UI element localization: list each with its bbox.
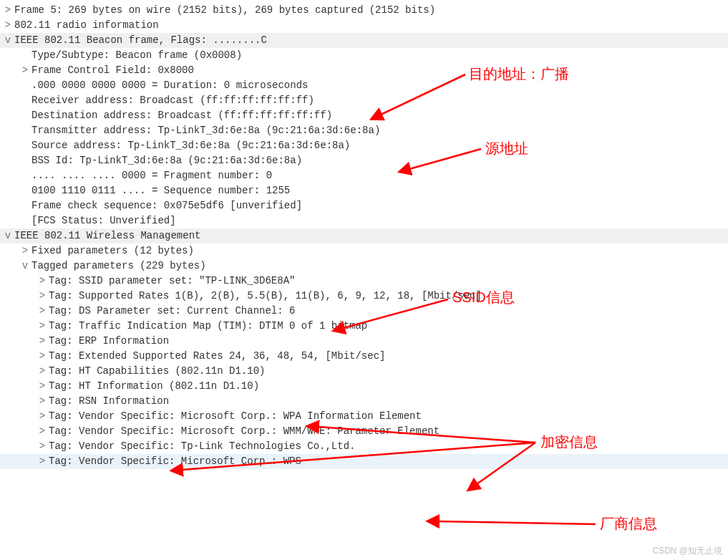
chevron-right-icon[interactable]: > xyxy=(37,394,47,409)
row-beacon[interactable]: vIEEE 802.11 Beacon frame, Flags: ......… xyxy=(0,33,728,48)
chevron-right-icon[interactable]: > xyxy=(20,63,30,78)
row-vs-wmm[interactable]: >Tag: Vendor Specific: Microsoft Corp.: … xyxy=(0,424,728,439)
tree-row-text: IEEE 802.11 Beacon frame, Flags: .......… xyxy=(14,33,267,48)
tree-row-text: [FCS Status: Unverified] xyxy=(31,213,176,228)
row-fcf[interactable]: >Frame Control Field: 0x8000 xyxy=(0,63,728,78)
row-dur[interactable]: .000 0000 0000 0000 = Duration: 0 micros… xyxy=(0,78,728,93)
tree-row-text: Tag: Traffic Indication Map (TIM): DTIM … xyxy=(49,319,367,334)
row-type[interactable]: Type/Subtype: Beacon frame (0x0008) xyxy=(0,48,728,63)
chevron-right-icon[interactable]: > xyxy=(3,18,13,33)
row-sa[interactable]: Source address: Tp-LinkT_3d:6e:8a (9c:21… xyxy=(0,138,728,153)
tree-row-text: Tag: Vendor Specific: Tp-Link Technologi… xyxy=(49,439,355,454)
row-rates[interactable]: >Tag: Supported Rates 1(B), 2(B), 5.5(B)… xyxy=(0,289,728,304)
tree-row-text: Tag: Supported Rates 1(B), 2(B), 5.5(B),… xyxy=(49,289,482,304)
row-ta[interactable]: Transmitter address: Tp-LinkT_3d:6e:8a (… xyxy=(0,123,728,138)
tree-row-text: .... .... .... 0000 = Fragment number: 0 xyxy=(31,168,272,183)
tree-row-text: Tagged parameters (229 bytes) xyxy=(31,259,206,274)
row-fcsstat[interactable]: [FCS Status: Unverified] xyxy=(0,213,728,228)
tree-row-text: Fixed parameters (12 bytes) xyxy=(31,243,194,259)
row-vs-wpa[interactable]: >Tag: Vendor Specific: Microsoft Corp.: … xyxy=(0,409,728,424)
tree-row-text: Frame check sequence: 0x075e5df6 [unveri… xyxy=(31,198,302,213)
chevron-right-icon[interactable]: > xyxy=(37,289,47,304)
row-ssid[interactable]: >Tag: SSID parameter set: "TP-LINK_3D6E8… xyxy=(0,274,728,289)
tree-row-text: Frame Control Field: 0x8000 xyxy=(31,63,194,78)
tree-row-text: Frame 5: 269 bytes on wire (2152 bits), … xyxy=(14,3,435,18)
tree-row-text: Source address: Tp-LinkT_3d:6e:8a (9c:21… xyxy=(31,138,350,153)
tree-row-text: Tag: HT Capabilities (802.11n D1.10) xyxy=(49,364,265,379)
tree-row-text: Tag: Extended Supported Rates 24, 36, 48… xyxy=(49,349,385,364)
chevron-right-icon[interactable]: > xyxy=(37,424,47,439)
watermark: CSDN @知无止境 xyxy=(652,544,722,557)
row-tim[interactable]: >Tag: Traffic Indication Map (TIM): DTIM… xyxy=(0,319,728,334)
chevron-right-icon[interactable]: > xyxy=(37,409,47,424)
row-tagged[interactable]: vTagged parameters (229 bytes) xyxy=(0,259,728,274)
row-frag[interactable]: .... .... .... 0000 = Fragment number: 0 xyxy=(0,168,728,183)
chevron-right-icon[interactable]: > xyxy=(37,379,47,394)
row-radio[interactable]: >802.11 radio information xyxy=(0,18,728,33)
chevron-right-icon[interactable]: > xyxy=(37,364,47,379)
tree-row-text: Tag: ERP Information xyxy=(49,334,169,349)
chevron-right-icon[interactable]: > xyxy=(37,274,47,289)
tree-row-text: Tag: Vendor Specific: Microsoft Corp.: W… xyxy=(49,424,440,439)
chevron-down-icon[interactable]: v xyxy=(3,33,13,48)
row-vs-wps[interactable]: >Tag: Vendor Specific: Microsoft Corp.: … xyxy=(0,454,728,469)
chevron-right-icon[interactable]: > xyxy=(37,454,47,469)
chevron-right-icon[interactable]: > xyxy=(37,349,47,364)
tree-row-text: BSS Id: Tp-LinkT_3d:6e:8a (9c:21:6a:3d:6… xyxy=(31,153,302,168)
row-fixed[interactable]: >Fixed parameters (12 bytes) xyxy=(0,243,728,259)
row-extrates[interactable]: >Tag: Extended Supported Rates 24, 36, 4… xyxy=(0,349,728,364)
row-bssid[interactable]: BSS Id: Tp-LinkT_3d:6e:8a (9c:21:6a:3d:6… xyxy=(0,153,728,168)
row-fcs[interactable]: Frame check sequence: 0x075e5df6 [unveri… xyxy=(0,198,728,213)
tree-row-text: Tag: SSID parameter set: "TP-LINK_3D6E8A… xyxy=(49,274,295,289)
row-seq[interactable]: 0100 1110 0111 .... = Sequence number: 1… xyxy=(0,183,728,198)
row-wlanmgt[interactable]: vIEEE 802.11 Wireless Management xyxy=(0,228,728,243)
row-htinfo[interactable]: >Tag: HT Information (802.11n D1.10) xyxy=(0,379,728,394)
row-ra[interactable]: Receiver address: Broadcast (ff:ff:ff:ff… xyxy=(0,93,728,108)
tree-row-text: Transmitter address: Tp-LinkT_3d:6e:8a (… xyxy=(31,123,380,138)
row-vs-tplink[interactable]: >Tag: Vendor Specific: Tp-Link Technolog… xyxy=(0,439,728,454)
chevron-right-icon[interactable]: > xyxy=(37,439,47,454)
chevron-right-icon[interactable]: > xyxy=(20,243,30,259)
tree-row-text: Type/Subtype: Beacon frame (0x0008) xyxy=(31,48,242,63)
row-htcap[interactable]: >Tag: HT Capabilities (802.11n D1.10) xyxy=(0,364,728,379)
tree-row-text: Tag: DS Parameter set: Current Channel: … xyxy=(49,304,295,319)
chevron-right-icon[interactable]: > xyxy=(37,304,47,319)
chevron-right-icon[interactable]: > xyxy=(37,319,47,334)
tree-row-text: Tag: HT Information (802.11n D1.10) xyxy=(49,379,259,394)
row-da[interactable]: Destination address: Broadcast (ff:ff:ff… xyxy=(0,108,728,123)
tree-row-text: 802.11 radio information xyxy=(14,18,159,33)
tree-row-text: 0100 1110 0111 .... = Sequence number: 1… xyxy=(31,183,290,198)
annotation-vendor: 厂商信息 xyxy=(600,513,657,534)
chevron-right-icon[interactable]: > xyxy=(3,3,13,18)
row-rsn[interactable]: >Tag: RSN Information xyxy=(0,394,728,409)
row-ds[interactable]: >Tag: DS Parameter set: Current Channel:… xyxy=(0,304,728,319)
packet-details-panel[interactable]: >Frame 5: 269 bytes on wire (2152 bits),… xyxy=(0,0,728,472)
svg-line-6 xyxy=(438,521,596,524)
tree-row-text: Receiver address: Broadcast (ff:ff:ff:ff… xyxy=(31,93,314,108)
tree-row-text: Destination address: Broadcast (ff:ff:ff… xyxy=(31,108,332,123)
chevron-down-icon[interactable]: v xyxy=(3,228,13,243)
tree-row-text: .000 0000 0000 0000 = Duration: 0 micros… xyxy=(31,78,308,93)
row-frame[interactable]: >Frame 5: 269 bytes on wire (2152 bits),… xyxy=(0,3,728,18)
chevron-right-icon[interactable]: > xyxy=(37,334,47,349)
tree-row-text: Tag: RSN Information xyxy=(49,394,169,409)
chevron-down-icon[interactable]: v xyxy=(20,259,30,274)
tree-row-text: IEEE 802.11 Wireless Management xyxy=(14,228,200,243)
row-erp[interactable]: >Tag: ERP Information xyxy=(0,334,728,349)
tree-row-text: Tag: Vendor Specific: Microsoft Corp.: W… xyxy=(49,409,422,424)
tree-row-text: Tag: Vendor Specific: Microsoft Corp.: W… xyxy=(49,454,301,469)
